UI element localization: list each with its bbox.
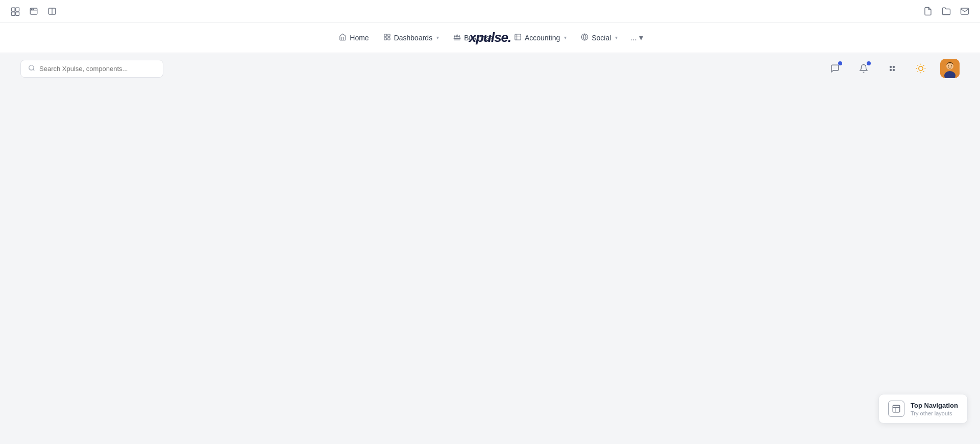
svg-point-20 xyxy=(29,65,34,69)
bell-badge xyxy=(867,61,871,65)
search-box[interactable] xyxy=(20,60,163,78)
layers-icon[interactable] xyxy=(10,6,20,16)
nav-accounting-label: Accounting xyxy=(525,34,560,42)
svg-line-33 xyxy=(918,71,918,72)
svg-rect-2 xyxy=(12,12,15,15)
chrome-left-icons xyxy=(10,6,57,16)
chat-button[interactable] xyxy=(826,59,844,78)
nav-item-dashboards[interactable]: Dashboards ▾ xyxy=(377,30,446,45)
svg-point-25 xyxy=(893,69,895,71)
svg-rect-11 xyxy=(387,34,389,36)
search-icon xyxy=(28,64,35,73)
svg-point-7 xyxy=(33,9,34,10)
more-chevron: ▾ xyxy=(639,33,643,42)
svg-point-22 xyxy=(890,66,892,68)
layout-tooltip[interactable]: Top Navigation Try other layouts xyxy=(878,394,968,424)
page-icon[interactable] xyxy=(923,6,933,16)
svg-rect-1 xyxy=(16,8,19,11)
svg-rect-15 xyxy=(515,34,521,39)
chat-badge xyxy=(838,61,842,65)
chrome-bar xyxy=(0,0,980,22)
svg-point-23 xyxy=(893,66,895,68)
layout-tooltip-text: Top Navigation Try other layouts xyxy=(911,402,958,416)
accounting-chevron: ▾ xyxy=(564,35,567,40)
svg-point-26 xyxy=(919,66,923,71)
svg-point-24 xyxy=(890,69,892,71)
svg-point-6 xyxy=(32,9,33,10)
svg-rect-3 xyxy=(16,12,19,15)
toolbar xyxy=(0,53,980,84)
window-icon[interactable] xyxy=(29,6,39,16)
layout-tooltip-icon xyxy=(888,401,904,417)
svg-rect-0 xyxy=(12,8,15,11)
nav-social-label: Social xyxy=(592,34,611,42)
home-icon xyxy=(339,33,347,42)
svg-point-38 xyxy=(947,63,953,69)
more-dots: ... xyxy=(630,33,636,42)
layout-tooltip-title: Top Navigation xyxy=(911,402,958,409)
split-icon[interactable] xyxy=(47,6,57,16)
app-logo: xpulse. xyxy=(469,30,511,45)
svg-line-29 xyxy=(918,65,918,66)
social-chevron: ▾ xyxy=(615,35,618,40)
nav-item-accounting[interactable]: Accounting ▾ xyxy=(508,30,573,45)
svg-rect-13 xyxy=(387,37,389,39)
svg-line-30 xyxy=(923,71,924,72)
svg-point-39 xyxy=(948,65,949,66)
crown-icon xyxy=(453,33,461,42)
svg-point-40 xyxy=(951,65,952,66)
accounting-icon xyxy=(514,33,522,42)
nav-item-home[interactable]: Home xyxy=(333,30,375,45)
avatar[interactable] xyxy=(940,59,960,78)
svg-rect-10 xyxy=(384,34,386,36)
svg-line-21 xyxy=(33,69,35,71)
mail-icon[interactable] xyxy=(960,6,970,16)
bell-button[interactable] xyxy=(854,59,873,78)
main-content xyxy=(0,84,980,444)
dashboard-icon xyxy=(383,33,391,42)
dashboards-chevron: ▾ xyxy=(436,35,439,40)
navbar: xpulse. Home Dashboards xyxy=(0,22,980,53)
nav-item-social[interactable]: Social ▾ xyxy=(575,30,624,45)
nav-dashboards-label: Dashboards xyxy=(394,34,433,42)
layout-tooltip-subtitle: Try other layouts xyxy=(911,410,958,416)
social-icon xyxy=(581,33,589,42)
toolbar-right xyxy=(826,59,960,78)
chrome-right-icons xyxy=(923,6,970,16)
svg-rect-12 xyxy=(384,37,386,39)
svg-rect-41 xyxy=(893,405,900,412)
nav-home-label: Home xyxy=(350,34,369,42)
folder-icon[interactable] xyxy=(941,6,951,16)
search-input[interactable] xyxy=(39,65,156,73)
theme-toggle[interactable] xyxy=(912,59,930,78)
svg-line-34 xyxy=(923,65,924,66)
nav-more-button[interactable]: ... ▾ xyxy=(626,30,647,45)
grid-button[interactable] xyxy=(883,59,901,78)
